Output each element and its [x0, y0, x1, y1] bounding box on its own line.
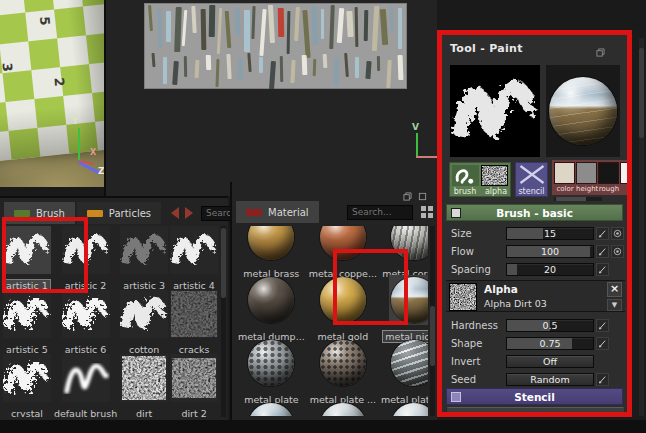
material-item[interactable]: metal brass: [236, 226, 307, 275]
2d-uv-viewport[interactable]: V U: [104, 0, 437, 196]
channel-swatch-height[interactable]: [576, 162, 597, 184]
material-thumbnail[interactable]: [318, 275, 368, 325]
brush-item[interactable]: artistic 3: [119, 226, 169, 290]
paint-stroke: [387, 60, 392, 88]
tab-particles[interactable]: Particles: [77, 202, 161, 224]
material-item[interactable]: metal plate: [236, 338, 307, 401]
channel-swatch-color[interactable]: [554, 162, 575, 184]
material-thumbnail[interactable]: [246, 338, 296, 388]
param-slider[interactable]: 100: [506, 245, 594, 258]
alpha-thumbnail[interactable]: [449, 283, 477, 311]
brush-thumbnail[interactable]: [120, 290, 168, 338]
material-item[interactable]: [236, 401, 307, 416]
material-search-input[interactable]: [347, 205, 413, 220]
param-slider[interactable]: 20: [506, 263, 594, 276]
brush-item[interactable]: dirt 2: [169, 354, 219, 417]
material-thumbnail[interactable]: [246, 275, 296, 325]
pencil-icon[interactable]: [596, 245, 609, 258]
brush-item[interactable]: default brush: [52, 354, 119, 417]
pencil-icon[interactable]: [596, 337, 609, 350]
material-thumbnail[interactable]: [246, 226, 296, 262]
brush-thumbnail[interactable]: [3, 290, 51, 338]
brush-item[interactable]: cracks: [169, 290, 219, 354]
material-sphere: [248, 340, 294, 386]
material-thumbnail[interactable]: [246, 401, 296, 416]
brush-thumbnail[interactable]: [120, 226, 168, 274]
brush-item[interactable]: artistic 5: [2, 290, 52, 354]
stencil-section-header[interactable]: Stencil: [446, 388, 623, 405]
next-page-arrow-icon[interactable]: [185, 207, 193, 219]
3d-viewport[interactable]: 523 Y X Z: [0, 0, 104, 187]
brush-thumbnail[interactable]: [3, 354, 51, 402]
pencil-icon[interactable]: [596, 373, 609, 386]
material-thumbnail[interactable]: [389, 226, 428, 262]
tab-material[interactable]: Material: [236, 201, 319, 223]
material-item[interactable]: metal plate ...: [307, 338, 379, 401]
prev-page-arrow-icon[interactable]: [171, 207, 179, 219]
section-toggle-icon[interactable]: [451, 208, 461, 218]
brush-stroke-icon: [452, 165, 478, 186]
material-thumbnail[interactable]: [318, 401, 368, 416]
brush-thumbnail[interactable]: [3, 226, 51, 274]
panel-scrollbar[interactable]: [639, 38, 644, 416]
material-item[interactable]: [307, 401, 379, 416]
section-toggle-icon[interactable]: [451, 392, 461, 402]
brush-thumbnail[interactable]: [120, 354, 168, 402]
pencil-icon[interactable]: [596, 263, 609, 276]
param-button[interactable]: Off: [506, 355, 594, 368]
brush-thumbnail[interactable]: [170, 226, 218, 274]
brush-thumbnail[interactable]: [62, 354, 110, 402]
material-item[interactable]: metal coppe...: [307, 226, 379, 275]
param-slider[interactable]: 15: [506, 227, 594, 240]
material-thumbnail[interactable]: [318, 338, 368, 388]
material-item[interactable]: metal gold: [307, 275, 379, 338]
brush-thumbnail[interactable]: [170, 354, 218, 402]
uv-texture-canvas[interactable]: [144, 3, 407, 89]
brush-glyph: [3, 290, 51, 338]
brush-section-header[interactable]: Brush - basic: [446, 204, 623, 221]
brush-thumbnail[interactable]: [170, 290, 218, 338]
param-slider[interactable]: 0.5: [506, 319, 594, 332]
pencil-icon[interactable]: [596, 319, 609, 332]
param-slider[interactable]: 0.75: [506, 337, 594, 350]
close-icon[interactable]: ×: [607, 282, 622, 297]
material-shelf-scrollbar[interactable]: [430, 226, 435, 416]
brush-item[interactable]: crystal: [2, 354, 52, 417]
material-item[interactable]: metal corru...: [379, 226, 428, 275]
brush-glyph: [3, 354, 51, 402]
material-item[interactable]: metal nickel: [379, 275, 428, 338]
brush-item[interactable]: dirt: [119, 354, 169, 417]
stencil-mode-button[interactable]: stencil: [515, 162, 548, 197]
stencil-resource-box[interactable]: Stencil No Resource Selected: [446, 407, 625, 412]
restore-window-icon[interactable]: [596, 42, 605, 61]
channel-swatch-rough[interactable]: [598, 162, 619, 184]
pressure-icon[interactable]: [611, 227, 624, 240]
alpha-mode-button[interactable]: [481, 165, 508, 186]
brush-thumbnail[interactable]: [62, 226, 110, 274]
channel-scrollbar[interactable]: [554, 197, 602, 201]
material-thumbnail[interactable]: [318, 226, 368, 262]
channel-swatch-clipped[interactable]: [620, 162, 627, 184]
grid-view-icon[interactable]: [421, 206, 433, 218]
pressure-icon[interactable]: [611, 245, 624, 258]
material-thumbnail[interactable]: [389, 275, 428, 325]
material-item[interactable]: [379, 401, 428, 416]
paint-stroke: [355, 57, 359, 78]
brush-item[interactable]: artistic 6: [52, 290, 119, 354]
brush-item[interactable]: artistic 4: [169, 226, 219, 290]
pencil-icon[interactable]: [596, 227, 609, 240]
material-thumbnail[interactable]: [389, 401, 428, 416]
brush-thumbnail[interactable]: [62, 290, 110, 338]
brush-item[interactable]: cotton: [119, 290, 169, 354]
material-thumbnail[interactable]: [389, 338, 428, 388]
param-button[interactable]: Random: [506, 373, 594, 386]
brush-mode-button[interactable]: [452, 165, 479, 186]
material-item[interactable]: metal dump...: [236, 275, 307, 338]
material-grid: metal brassmetal coppe...metal corru...m…: [236, 226, 428, 416]
brush-item[interactable]: artistic 2: [52, 226, 119, 290]
chevron-down-icon[interactable]: ▼: [607, 299, 622, 311]
brush-item[interactable]: artistic 1: [2, 226, 52, 290]
brush-shelf-scrollbar[interactable]: [221, 226, 226, 417]
tab-brush[interactable]: Brush: [4, 202, 75, 224]
material-item[interactable]: metal plate ...: [379, 338, 428, 401]
